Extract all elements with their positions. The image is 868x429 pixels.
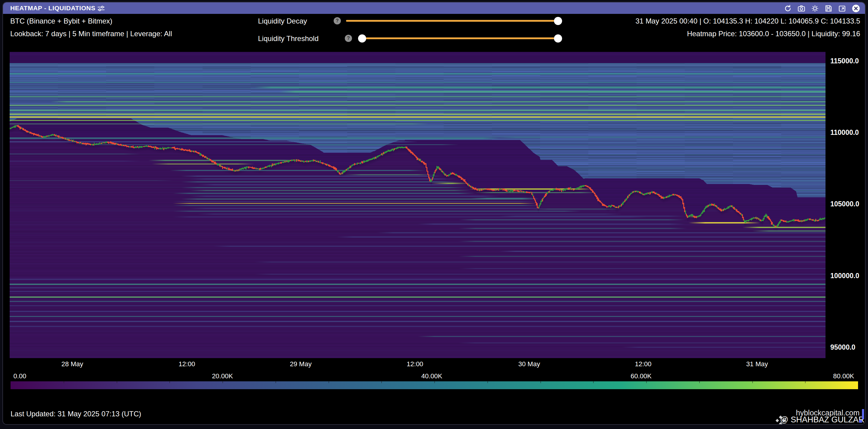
refresh-icon[interactable] [784, 4, 792, 12]
x-axis-label: 12:00 [635, 360, 651, 368]
decay-slider-thumb[interactable] [554, 17, 562, 25]
filter-sliders-icon[interactable] [97, 4, 105, 13]
threshold-low-thumb[interactable] [358, 34, 366, 42]
cursor-mark-dot [859, 420, 862, 423]
x-axis-label: 29 May [290, 360, 312, 368]
close-icon[interactable] [852, 4, 860, 13]
instrument-label: BTC (Binance + Bybit + Bitmex) [10, 17, 113, 25]
threshold-help-icon[interactable]: ? [345, 35, 352, 42]
title-bar[interactable]: HEATMAP - LIQUIDATIONS [3, 2, 865, 14]
settings-summary: Lookback: 7 days | 5 Min timeframe | Lev… [10, 30, 172, 38]
colorbar-label: 80.00K [833, 372, 854, 380]
heatmap-price-info: Heatmap Price: 103600.0 - 103650.0 | Liq… [687, 30, 860, 38]
colorbar-label: 60.00K [630, 372, 652, 380]
credit-label: @ SHAHBAZ GULZAR [780, 415, 864, 425]
y-axis-label: 95000.0 [830, 343, 855, 351]
x-axis-label: 30 May [518, 360, 540, 368]
colorbar-gradient [10, 381, 858, 389]
liquidation-heatmap-canvas[interactable] [10, 52, 826, 358]
liquidity-threshold-label: Liquidity Threshold [258, 34, 318, 43]
liquidity-decay-label: Liquidity Decay [258, 17, 307, 25]
colorbar-label: 0.00 [13, 372, 27, 380]
x-axis-label: 28 May [61, 360, 83, 368]
y-axis-label: 100000.0 [830, 271, 859, 280]
liquidity-decay-slider[interactable] [346, 20, 558, 22]
last-updated-label: Last Updated: 31 May 2025 07:13 (UTC) [10, 410, 141, 418]
settings-gear-icon[interactable] [811, 4, 819, 12]
y-axis-label: 105000.0 [830, 200, 859, 208]
colorbar-label: 20.00K [212, 372, 233, 380]
threshold-high-thumb[interactable] [554, 34, 562, 42]
colorbar-label: 40.00K [421, 372, 442, 380]
y-axis-label: 110000.0 [830, 128, 859, 137]
screenshot-camera-icon[interactable] [798, 4, 805, 12]
x-axis-label: 12:00 [179, 360, 195, 368]
heatmap-widget: HEATMAP - LIQUIDATIONS [2, 2, 866, 425]
liquidity-threshold-slider[interactable] [362, 37, 558, 39]
titlebar-actions [784, 4, 860, 13]
y-axis-label: 115000.0 [830, 57, 859, 65]
x-axis-label: 12:00 [407, 360, 423, 368]
candle-info: 31 May 2025 00:40 | O: 104135.3 H: 10422… [636, 17, 860, 25]
save-icon[interactable] [825, 4, 832, 12]
widget-title: HEATMAP - LIQUIDATIONS [10, 2, 96, 14]
x-axis-label: 31 May [746, 360, 768, 368]
cursor-mark [862, 409, 864, 419]
decay-help-icon[interactable]: ? [334, 17, 341, 24]
fullscreen-icon[interactable] [838, 4, 846, 12]
